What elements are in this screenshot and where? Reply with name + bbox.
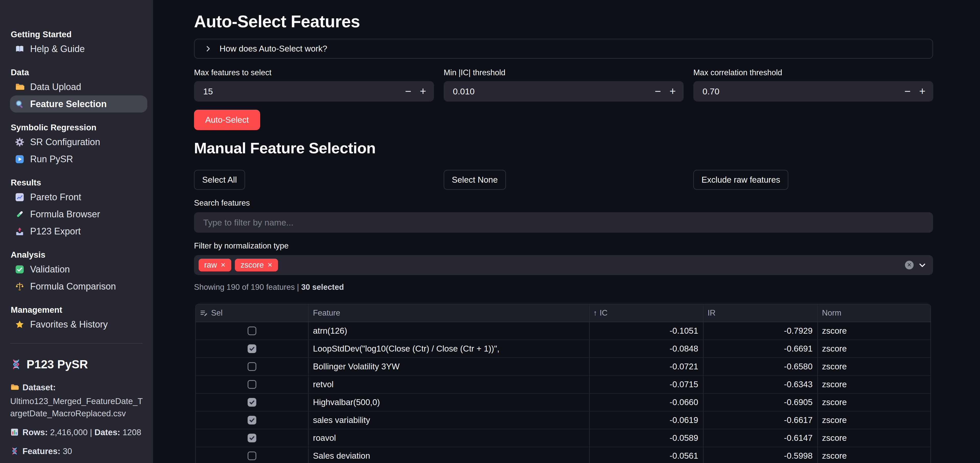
cell-norm[interactable]: zscore — [818, 429, 931, 447]
cell-feature[interactable]: LoopStdDev("log10(Close (Ctr) / Close (C… — [309, 340, 590, 357]
rows-value: 2,416,000 — [50, 428, 88, 437]
search-label: Search features — [194, 197, 250, 209]
cell-norm[interactable]: zscore — [818, 411, 931, 429]
cell-ir[interactable]: -0.6691 — [703, 340, 818, 357]
cell-ic[interactable]: -0.1051 — [590, 322, 703, 339]
clear-all-icon[interactable]: ✕ — [905, 261, 914, 270]
column-header-feature[interactable]: Feature — [309, 304, 590, 322]
cell-ic[interactable]: -0.0715 — [590, 376, 703, 393]
cell-norm[interactable]: zscore — [818, 358, 931, 375]
chip-remove-icon[interactable]: ✕ — [221, 262, 226, 269]
cell-norm[interactable]: zscore — [818, 376, 931, 393]
cell-ic[interactable]: -0.0721 — [590, 358, 703, 375]
test-tube-icon — [15, 209, 24, 219]
book-icon — [15, 44, 24, 54]
sidebar-item-label: Data Upload — [30, 82, 81, 92]
cell-feature[interactable]: Bollinger Volatility 3YW — [309, 358, 590, 375]
row-checkbox-unchecked[interactable] — [248, 452, 256, 460]
cell-ir[interactable]: -0.6905 — [703, 393, 818, 411]
features-line: Features: 30 — [10, 445, 143, 457]
select-none-button[interactable]: Select None — [444, 170, 506, 190]
min-ic-input[interactable] — [444, 86, 617, 97]
scales-icon — [15, 282, 24, 291]
column-header-ir[interactable]: IR — [703, 304, 818, 322]
row-checkbox-checked[interactable] — [248, 416, 256, 425]
sidebar-item-formula-comparison[interactable]: Formula Comparison — [10, 278, 147, 295]
dates-label: Dates: — [94, 428, 120, 437]
cell-ir[interactable]: -0.6617 — [703, 411, 818, 429]
row-checkbox-unchecked[interactable] — [248, 362, 256, 371]
cell-ir[interactable]: -0.6343 — [703, 376, 818, 393]
cell-norm[interactable]: zscore — [818, 393, 931, 411]
cell-ic[interactable]: -0.0848 — [590, 340, 703, 357]
cell-norm[interactable]: zscore — [818, 322, 931, 339]
expander-how-does-auto-select-work[interactable]: How does Auto-Select work? — [194, 39, 933, 59]
sidebar-item-label: Feature Selection — [30, 99, 107, 109]
sidebar-section-symbolic-regression: Symbolic Regression — [0, 122, 153, 133]
row-checkbox-unchecked[interactable] — [248, 380, 256, 389]
column-header-ic[interactable]: ↑ IC — [590, 304, 703, 322]
sidebar-item-favorites-history[interactable]: Favorites & History — [10, 316, 147, 333]
cell-feature[interactable]: retvol — [309, 376, 590, 393]
cell-feature[interactable]: atrn(126) — [309, 322, 590, 339]
minus-button[interactable]: − — [900, 81, 915, 101]
plus-button[interactable]: + — [415, 81, 430, 101]
cell-ir[interactable]: -0.5998 — [703, 447, 818, 463]
column-header-sel[interactable]: Sel — [211, 308, 223, 317]
max-correlation-input[interactable] — [693, 86, 867, 97]
stats-separator: | — [90, 428, 92, 437]
select-all-button[interactable]: Select All — [194, 170, 245, 190]
plus-button[interactable]: + — [665, 81, 680, 101]
rows-dates-line: Rows: 2,416,000 | Dates: 1208 — [10, 426, 143, 439]
sidebar-item-run-pysr[interactable]: Run PySR — [10, 151, 147, 168]
normalization-multiselect[interactable]: raw✕zscore✕ ✕ — [194, 255, 933, 275]
sidebar-item-help-guide[interactable]: Help & Guide — [10, 40, 147, 57]
sidebar-item-feature-selection[interactable]: Feature Selection — [10, 95, 147, 113]
filter-chip-raw[interactable]: raw✕ — [199, 258, 231, 271]
chevron-down-icon[interactable] — [918, 261, 926, 270]
cell-norm[interactable]: zscore — [818, 340, 931, 357]
cell-ic[interactable]: -0.0589 — [590, 429, 703, 447]
bar-chart-icon — [10, 428, 19, 436]
dataset-filename: Ultimo123_Merged_FeatureDate_TargetDate_… — [10, 395, 143, 420]
auto-select-button[interactable]: Auto-Select — [194, 110, 260, 130]
max-features-input[interactable] — [194, 86, 368, 97]
features-value: 30 — [63, 446, 72, 456]
filter-chip-zscore[interactable]: zscore✕ — [235, 258, 278, 271]
cell-feature[interactable]: Sales deviation — [309, 447, 590, 463]
cell-feature[interactable]: roavol — [309, 429, 590, 447]
cell-ir[interactable]: -0.6580 — [703, 358, 818, 375]
plus-button[interactable]: + — [915, 81, 930, 101]
max-features-stepper: − + — [194, 81, 434, 101]
sidebar-item-data-upload[interactable]: Data Upload — [10, 78, 147, 95]
sidebar-item-p123-export[interactable]: P123 Export — [10, 223, 147, 240]
row-checkbox-unchecked[interactable] — [248, 327, 256, 335]
sidebar-item-sr-configuration[interactable]: SR Configuration — [10, 133, 147, 151]
label-max-features: Max features to select — [194, 67, 271, 79]
label-max-correlation: Max correlation threshold — [693, 67, 782, 79]
cell-feature[interactable]: Highvalbar(500,0) — [309, 393, 590, 411]
exclude-raw-features-button[interactable]: Exclude raw features — [693, 170, 788, 190]
row-checkbox-checked[interactable] — [248, 434, 256, 442]
minus-button[interactable]: − — [651, 81, 665, 101]
sidebar-item-label: Formula Comparison — [30, 281, 116, 292]
sidebar-item-formula-browser[interactable]: Formula Browser — [10, 206, 147, 223]
chip-remove-icon[interactable]: ✕ — [267, 262, 272, 269]
cell-ic[interactable]: -0.0619 — [590, 411, 703, 429]
cell-ic[interactable]: -0.0660 — [590, 393, 703, 411]
sidebar-item-pareto-front[interactable]: Pareto Front — [10, 189, 147, 206]
cell-feature[interactable]: sales variability — [309, 411, 590, 429]
filter-label: Filter by normalization type — [194, 240, 288, 252]
manual-selection-title: Manual Feature Selection — [194, 139, 376, 157]
search-input[interactable] — [194, 212, 933, 233]
cell-ir[interactable]: -0.6147 — [703, 429, 818, 447]
column-header-norm[interactable]: Norm — [818, 304, 931, 322]
sort-ascending-icon: ↑ — [593, 309, 597, 317]
minus-button[interactable]: − — [401, 81, 415, 101]
sidebar-item-validation[interactable]: Validation — [10, 261, 147, 278]
cell-ic[interactable]: -0.0561 — [590, 447, 703, 463]
row-checkbox-checked[interactable] — [248, 344, 256, 353]
row-checkbox-checked[interactable] — [248, 398, 256, 407]
cell-ir[interactable]: -0.7929 — [703, 322, 818, 339]
cell-norm[interactable]: zscore — [818, 447, 931, 463]
